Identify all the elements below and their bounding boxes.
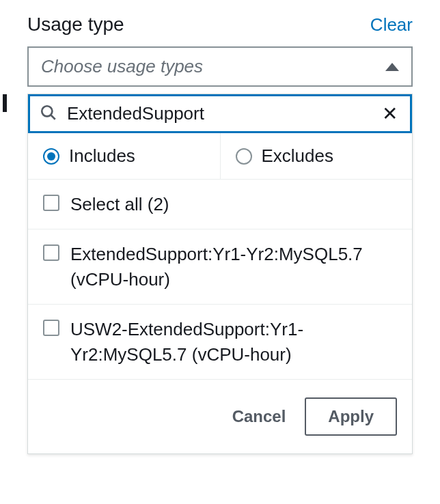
filter-title: Usage type: [27, 14, 124, 36]
includes-radio[interactable]: Includes: [28, 133, 221, 179]
svg-point-0: [42, 106, 52, 116]
apply-button[interactable]: Apply: [305, 397, 397, 436]
clear-search-icon[interactable]: ✕: [379, 104, 400, 124]
text-cursor-indicator: [3, 94, 7, 112]
checkbox-icon: [43, 195, 59, 211]
filter-header: Usage type Clear: [27, 14, 413, 36]
radio-icon: [43, 148, 59, 165]
option-item[interactable]: ExtendedSupport:Yr1-Yr2:MySQL5.7 (vCPU-h…: [28, 229, 412, 305]
option-label: USW2-ExtendedSupport:Yr1-Yr2:MySQL5.7 (v…: [70, 317, 397, 367]
svg-line-1: [51, 115, 55, 120]
combo-placeholder: Choose usage types: [41, 56, 203, 77]
checkbox-icon: [43, 320, 59, 336]
radio-icon: [236, 148, 252, 165]
clear-link[interactable]: Clear: [370, 14, 413, 36]
excludes-radio[interactable]: Excludes: [221, 133, 413, 179]
search-input[interactable]: [67, 103, 370, 124]
includes-label: Includes: [69, 145, 135, 167]
option-label: ExtendedSupport:Yr1-Yr2:MySQL5.7 (vCPU-h…: [70, 242, 397, 292]
dropdown-panel: ✕ Includes Excludes Select all (2) Exten…: [27, 94, 413, 454]
cancel-button[interactable]: Cancel: [232, 407, 286, 426]
option-item[interactable]: USW2-ExtendedSupport:Yr1-Yr2:MySQL5.7 (v…: [28, 305, 412, 380]
filter-mode-row: Includes Excludes: [28, 133, 412, 180]
select-all-label: Select all (2): [70, 192, 169, 216]
search-icon: [40, 104, 57, 124]
checkbox-icon: [43, 244, 59, 261]
search-container: ✕: [28, 94, 412, 133]
usage-type-combo[interactable]: Choose usage types: [27, 46, 413, 87]
select-all-option[interactable]: Select all (2): [28, 180, 412, 229]
dropdown-footer: Cancel Apply: [28, 380, 412, 453]
excludes-label: Excludes: [262, 145, 334, 167]
caret-up-icon: [385, 63, 399, 71]
